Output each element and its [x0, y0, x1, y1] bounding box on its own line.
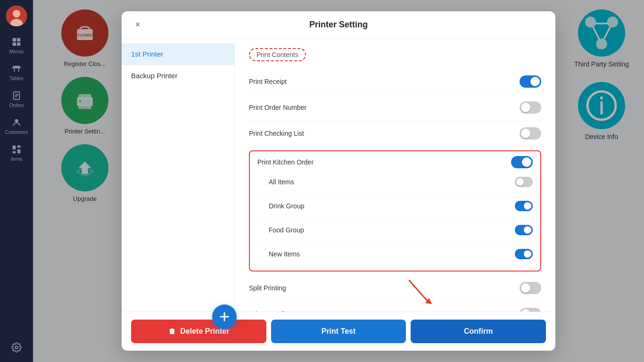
sidebar-item-items[interactable]: Items [0, 140, 33, 166]
setting-row-all-items: All Items [257, 170, 533, 194]
printer-item-1st[interactable]: 1st Printer [122, 43, 234, 65]
sidebar-label-customers: Customers [5, 130, 28, 135]
printer-item-backup[interactable]: Backup Printer [122, 65, 234, 86]
modal-overlay: × Printer Setting 1st Printer Backup Pri… [33, 0, 644, 362]
sidebar-item-settings[interactable] [0, 337, 33, 357]
setting-label-all-items: All Items [269, 178, 294, 186]
toggle-all-items[interactable] [515, 177, 533, 187]
toggle-print-receipt[interactable] [520, 75, 541, 88]
modal-footer: Delete Printer Print Test Confirm [122, 312, 555, 351]
sidebar: Menus Tables Orders Customers Items [0, 0, 33, 362]
sidebar-label-menus: Menus [9, 49, 24, 54]
confirm-button[interactable]: Confirm [411, 320, 546, 343]
kitchen-order-header: Print Kitchen Order [257, 156, 533, 168]
svg-rect-7 [12, 67, 21, 68]
printer-setting-modal: × Printer Setting 1st Printer Backup Pri… [122, 11, 555, 351]
toggle-food-group[interactable] [515, 225, 533, 235]
setting-label-food-group: Food Group [269, 226, 304, 234]
plus-icon [218, 310, 231, 323]
section-label-print-contents: Print Contents [249, 48, 306, 61]
setting-row-print-order-number: Print Order Number [249, 95, 541, 121]
svg-rect-3 [13, 38, 16, 41]
modal-content-area: Print Contents Print Receipt Print Order… [235, 39, 555, 312]
sidebar-item-orders[interactable]: Orders [0, 86, 33, 113]
svg-rect-12 [15, 94, 18, 94]
toggle-split-printing[interactable] [520, 282, 541, 294]
svg-rect-6 [17, 42, 20, 46]
setting-label-print-receipt: Print Receipt [249, 78, 287, 85]
modal-title: Printer Setting [309, 20, 368, 30]
setting-row-food-group: Food Group [257, 218, 533, 242]
svg-rect-8 [14, 68, 15, 72]
setting-label-print-order-number: Print Order Number [249, 104, 306, 111]
toggle-print-ingredients[interactable] [520, 308, 541, 312]
setting-label-print-checking-list: Print Checking List [249, 130, 304, 137]
svg-rect-4 [17, 38, 20, 41]
svg-point-15 [15, 119, 18, 123]
modal-body: 1st Printer Backup Printer Print Content… [122, 39, 555, 312]
svg-rect-10 [13, 66, 20, 67]
modal-header: × Printer Setting [122, 11, 555, 39]
toggle-drink-group[interactable] [515, 201, 533, 211]
printer-list: 1st Printer Backup Printer [122, 39, 235, 312]
setting-label-new-items: New Items [269, 250, 300, 258]
toggle-print-checking-list[interactable] [520, 127, 541, 140]
setting-row-print-checking-list: Print Checking List [249, 121, 541, 147]
close-button[interactable]: × [131, 18, 144, 32]
print-test-button[interactable]: Print Test [271, 320, 406, 343]
fab-add-button[interactable] [212, 304, 237, 329]
svg-rect-9 [18, 68, 19, 72]
delete-printer-button[interactable]: Delete Printer [131, 320, 266, 343]
svg-rect-18 [13, 151, 16, 154]
sidebar-label-orders: Orders [9, 103, 24, 108]
svg-point-1 [13, 10, 20, 17]
toggle-print-order-number[interactable] [520, 101, 541, 114]
setting-label-drink-group: Drink Group [269, 202, 304, 210]
svg-rect-16 [13, 146, 16, 149]
avatar[interactable] [6, 6, 27, 26]
svg-rect-14 [15, 97, 17, 97]
svg-rect-13 [15, 95, 18, 96]
sidebar-label-tables: Tables [10, 76, 24, 81]
kitchen-order-box: Print Kitchen Order All Items Drink Grou… [249, 150, 541, 272]
setting-row-new-items: New Items [257, 242, 533, 266]
setting-label-split-printing: Split Printing [249, 284, 286, 292]
svg-rect-19 [17, 149, 20, 153]
setting-row-print-receipt: Print Receipt [249, 69, 541, 95]
setting-label-kitchen-order: Print Kitchen Order [257, 158, 314, 166]
svg-rect-17 [17, 146, 20, 148]
trash-icon [168, 327, 176, 336]
toggle-kitchen-order[interactable] [511, 156, 533, 168]
sidebar-label-items: Items [11, 156, 22, 162]
sidebar-item-customers[interactable]: Customers [0, 113, 33, 140]
svg-rect-5 [13, 42, 16, 46]
main-area: CLOSED Register Clos... Printer Settin..… [33, 0, 644, 362]
setting-row-drink-group: Drink Group [257, 194, 533, 218]
sidebar-item-tables[interactable]: Tables [0, 59, 33, 86]
setting-row-print-ingredients: Print Ingredients [249, 301, 541, 312]
setting-row-split-printing: Split Printing [249, 275, 541, 301]
toggle-new-items[interactable] [515, 249, 533, 259]
sidebar-item-menus[interactable]: Menus [0, 32, 33, 59]
